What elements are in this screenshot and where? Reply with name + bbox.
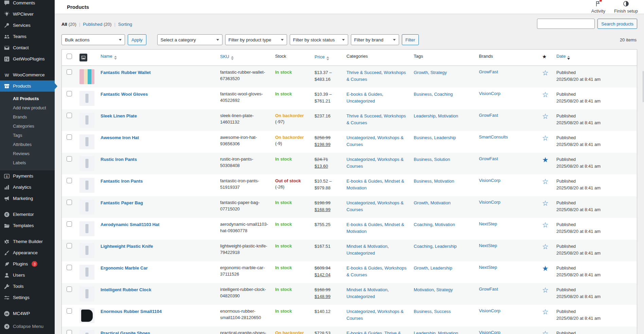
category-link[interactable]: Uncategorized — [346, 250, 375, 256]
featured-star-toggle[interactable]: ★ — [542, 156, 549, 164]
row-checkbox[interactable] — [67, 308, 72, 314]
category-link[interactable]: Thrive & Succeed — [346, 113, 381, 118]
row-checkbox[interactable] — [67, 91, 72, 96]
tag-link[interactable]: Motivation — [438, 331, 458, 334]
product-brand-link[interactable]: SmartConsults — [479, 134, 508, 140]
tag-link[interactable]: Leadership — [434, 135, 456, 140]
product-name-link[interactable]: Fantastic Rubber Wallet — [101, 70, 151, 75]
tag-link[interactable]: Business — [414, 179, 432, 184]
product-name-link[interactable]: Rustic Iron Pants — [101, 157, 137, 162]
sidebar-item-contact[interactable]: Contact — [0, 42, 55, 53]
category-link[interactable]: Uncategorized — [346, 157, 375, 162]
product-type-filter-select[interactable]: Filter by product type — [225, 34, 287, 45]
product-thumbnail[interactable] — [79, 308, 94, 323]
search-products-button[interactable]: Search products — [597, 19, 637, 29]
scrollbar-fragment[interactable] — [643, 71, 644, 102]
tag-link[interactable]: Solution — [434, 157, 450, 162]
product-name-link[interactable]: Ergonomic Marble Car — [101, 265, 148, 271]
tag-link[interactable]: Strategy — [430, 70, 447, 75]
product-brand-link[interactable]: NextStep — [479, 221, 497, 226]
category-link[interactable]: Uncategorized — [346, 294, 375, 299]
product-thumbnail[interactable] — [79, 265, 94, 280]
category-link[interactable]: E-books & Guides — [346, 92, 382, 97]
sidebar-item-users[interactable]: Users — [0, 270, 55, 281]
product-brand-link[interactable]: NextStep — [479, 243, 497, 248]
tag-link[interactable]: Motivation — [414, 287, 434, 292]
filter-button[interactable]: Filter — [402, 34, 419, 45]
category-link[interactable]: E-books & Guides — [346, 331, 382, 334]
tag-link[interactable]: Business — [414, 92, 432, 97]
finish-setup-button[interactable]: Finish setup — [614, 0, 638, 14]
product-brand-link[interactable]: VisionCorp — [479, 308, 500, 313]
tag-link[interactable]: Growth — [414, 70, 428, 75]
row-checkbox[interactable] — [67, 156, 72, 162]
select-all-checkbox[interactable] — [67, 54, 72, 59]
sidebar-item-templates[interactable]: Templates — [0, 220, 55, 231]
featured-star-toggle[interactable]: ☆ — [542, 221, 549, 229]
collapse-menu-button[interactable]: Collapse Menu — [0, 321, 55, 332]
sidebar-item-theme-builder[interactable]: Theme Builder — [0, 236, 55, 247]
product-thumbnail[interactable] — [79, 113, 94, 128]
submenu-item-attributes[interactable]: Attributes — [0, 140, 55, 149]
sort-by-name[interactable]: Name — [101, 54, 117, 59]
product-name-link[interactable]: Practical Granite Shoes — [101, 331, 150, 334]
sidebar-item-analytics[interactable]: Analytics — [0, 182, 55, 193]
category-link[interactable]: Uncategorized — [346, 200, 375, 205]
sidebar-item-plugins[interactable]: Plugins 3 — [0, 258, 55, 270]
category-link[interactable]: Uncategorized — [346, 98, 375, 104]
row-checkbox[interactable] — [67, 286, 72, 292]
product-name-link[interactable]: Awesome Iron Hat — [101, 135, 139, 140]
sidebar-item-getwooplugins[interactable]: GetWooPlugins — [0, 53, 55, 64]
search-products-input[interactable] — [537, 19, 595, 29]
product-thumbnail[interactable] — [79, 243, 94, 258]
apply-button[interactable]: Apply — [128, 34, 146, 45]
tag-link[interactable]: Business — [414, 157, 432, 162]
sort-by-price[interactable]: Price — [315, 54, 329, 59]
sort-by-date[interactable]: Date — [556, 54, 570, 59]
product-brand-link[interactable]: VisionCorp — [479, 178, 500, 183]
featured-star-toggle[interactable]: ☆ — [542, 178, 549, 185]
category-filter-select[interactable]: Select a category — [157, 34, 222, 45]
tag-link[interactable]: Growth — [414, 265, 428, 271]
sidebar-item-settings[interactable]: Settings — [0, 292, 55, 303]
category-link[interactable]: E-books & Guides — [346, 222, 382, 227]
product-brand-link[interactable]: VisionCorp — [479, 330, 500, 334]
product-name-link[interactable]: Aerodynamic Small1103 Hat — [101, 222, 159, 227]
product-brand-link[interactable]: GrowFast — [479, 156, 498, 161]
featured-star-toggle[interactable]: ☆ — [542, 112, 549, 120]
featured-star-toggle[interactable]: ☆ — [542, 199, 549, 207]
tag-link[interactable]: Strategy — [436, 287, 452, 292]
sidebar-item-appearance[interactable]: Appearance — [0, 247, 55, 258]
row-checkbox[interactable] — [67, 265, 72, 270]
product-name-link[interactable]: Intelligent Rubber Clock — [101, 287, 151, 292]
product-brand-link[interactable]: GrowFast — [479, 69, 498, 74]
product-thumbnail[interactable] — [79, 200, 94, 215]
featured-star-toggle[interactable]: ☆ — [542, 91, 549, 98]
product-brand-link[interactable]: NextStep — [479, 265, 497, 270]
submenu-item-categories[interactable]: Categories — [0, 122, 55, 131]
tag-link[interactable]: Leadership — [435, 244, 457, 249]
submenu-item-add-new-product[interactable]: Add new product — [0, 103, 55, 112]
tag-link[interactable]: Business — [414, 135, 432, 140]
product-thumbnail[interactable] — [79, 91, 94, 106]
sidebar-item-elementor[interactable]: E Elementor — [0, 209, 55, 220]
product-name-link[interactable]: Enormous Rubber Small1104 — [101, 309, 162, 314]
row-checkbox[interactable] — [67, 243, 72, 248]
featured-star-toggle[interactable]: ★ — [542, 264, 549, 272]
product-thumbnail[interactable] — [79, 134, 94, 149]
category-link[interactable]: Thrive & Succeed — [346, 70, 381, 75]
category-link[interactable]: Uncategorized — [346, 135, 375, 140]
featured-star-toggle[interactable]: ☆ — [542, 69, 549, 77]
sidebar-item-mc4wp[interactable]: MC4WP — [0, 308, 55, 319]
product-thumbnail[interactable] — [79, 221, 94, 236]
row-checkbox[interactable] — [67, 221, 72, 227]
tag-link[interactable]: Success — [434, 309, 451, 314]
product-thumbnail[interactable] — [79, 330, 94, 334]
row-checkbox[interactable] — [67, 178, 72, 183]
sidebar-item-woocommerce[interactable]: W WooCommerce — [0, 69, 55, 80]
sidebar-item-wpclever[interactable]: WPClever — [0, 8, 55, 20]
product-brand-link[interactable]: GrowFast — [479, 113, 498, 118]
submenu-item-brands[interactable]: Brands — [0, 112, 55, 122]
activity-button[interactable]: Activity — [591, 0, 605, 14]
sort-by-sku[interactable]: SKU — [220, 54, 234, 59]
